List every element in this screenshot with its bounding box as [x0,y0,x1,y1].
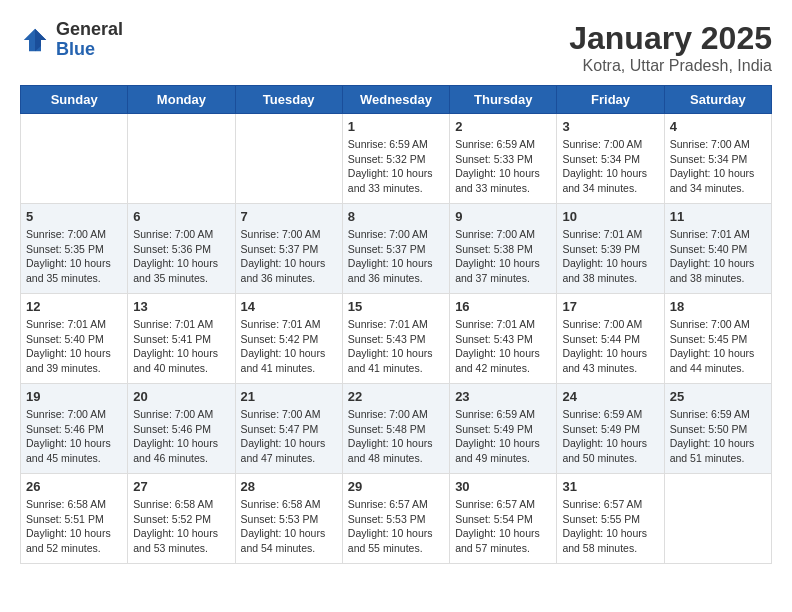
calendar-cell [235,114,342,204]
calendar-cell: 25Sunrise: 6:59 AM Sunset: 5:50 PM Dayli… [664,384,771,474]
day-info: Sunrise: 6:58 AM Sunset: 5:52 PM Dayligh… [133,497,229,556]
calendar-cell: 16Sunrise: 7:01 AM Sunset: 5:43 PM Dayli… [450,294,557,384]
day-info: Sunrise: 7:00 AM Sunset: 5:34 PM Dayligh… [562,137,658,196]
day-number: 31 [562,479,658,494]
calendar-cell [128,114,235,204]
day-info: Sunrise: 7:01 AM Sunset: 5:39 PM Dayligh… [562,227,658,286]
calendar-cell: 18Sunrise: 7:00 AM Sunset: 5:45 PM Dayli… [664,294,771,384]
logo-general-text: General [56,20,123,40]
day-info: Sunrise: 6:59 AM Sunset: 5:49 PM Dayligh… [455,407,551,466]
calendar-subtitle: Kotra, Uttar Pradesh, India [569,57,772,75]
calendar-cell: 11Sunrise: 7:01 AM Sunset: 5:40 PM Dayli… [664,204,771,294]
day-number: 13 [133,299,229,314]
day-info: Sunrise: 7:00 AM Sunset: 5:35 PM Dayligh… [26,227,122,286]
day-number: 27 [133,479,229,494]
day-info: Sunrise: 7:00 AM Sunset: 5:38 PM Dayligh… [455,227,551,286]
week-row-3: 12Sunrise: 7:01 AM Sunset: 5:40 PM Dayli… [21,294,772,384]
day-info: Sunrise: 7:00 AM Sunset: 5:37 PM Dayligh… [348,227,444,286]
calendar-cell: 27Sunrise: 6:58 AM Sunset: 5:52 PM Dayli… [128,474,235,564]
day-number: 17 [562,299,658,314]
day-number: 25 [670,389,766,404]
day-number: 19 [26,389,122,404]
calendar-cell: 1Sunrise: 6:59 AM Sunset: 5:32 PM Daylig… [342,114,449,204]
title-block: January 2025 Kotra, Uttar Pradesh, India [569,20,772,75]
day-number: 12 [26,299,122,314]
day-header-tuesday: Tuesday [235,86,342,114]
day-info: Sunrise: 7:00 AM Sunset: 5:48 PM Dayligh… [348,407,444,466]
day-number: 1 [348,119,444,134]
day-header-sunday: Sunday [21,86,128,114]
calendar-cell: 14Sunrise: 7:01 AM Sunset: 5:42 PM Dayli… [235,294,342,384]
calendar-cell: 30Sunrise: 6:57 AM Sunset: 5:54 PM Dayli… [450,474,557,564]
day-number: 3 [562,119,658,134]
calendar-cell: 23Sunrise: 6:59 AM Sunset: 5:49 PM Dayli… [450,384,557,474]
day-number: 21 [241,389,337,404]
calendar-cell [21,114,128,204]
logo-blue-text: Blue [56,40,123,60]
day-number: 28 [241,479,337,494]
day-info: Sunrise: 6:59 AM Sunset: 5:49 PM Dayligh… [562,407,658,466]
calendar-cell: 15Sunrise: 7:01 AM Sunset: 5:43 PM Dayli… [342,294,449,384]
calendar-cell: 2Sunrise: 6:59 AM Sunset: 5:33 PM Daylig… [450,114,557,204]
calendar-cell: 21Sunrise: 7:00 AM Sunset: 5:47 PM Dayli… [235,384,342,474]
week-row-2: 5Sunrise: 7:00 AM Sunset: 5:35 PM Daylig… [21,204,772,294]
calendar-cell: 24Sunrise: 6:59 AM Sunset: 5:49 PM Dayli… [557,384,664,474]
calendar-cell: 4Sunrise: 7:00 AM Sunset: 5:34 PM Daylig… [664,114,771,204]
day-info: Sunrise: 7:00 AM Sunset: 5:37 PM Dayligh… [241,227,337,286]
day-number: 2 [455,119,551,134]
calendar-body: 1Sunrise: 6:59 AM Sunset: 5:32 PM Daylig… [21,114,772,564]
calendar-cell: 7Sunrise: 7:00 AM Sunset: 5:37 PM Daylig… [235,204,342,294]
day-info: Sunrise: 7:01 AM Sunset: 5:43 PM Dayligh… [348,317,444,376]
day-number: 30 [455,479,551,494]
day-header-saturday: Saturday [664,86,771,114]
calendar-cell: 28Sunrise: 6:58 AM Sunset: 5:53 PM Dayli… [235,474,342,564]
day-header-monday: Monday [128,86,235,114]
day-header-thursday: Thursday [450,86,557,114]
day-info: Sunrise: 6:58 AM Sunset: 5:53 PM Dayligh… [241,497,337,556]
calendar-cell: 29Sunrise: 6:57 AM Sunset: 5:53 PM Dayli… [342,474,449,564]
day-info: Sunrise: 6:59 AM Sunset: 5:33 PM Dayligh… [455,137,551,196]
day-number: 8 [348,209,444,224]
day-info: Sunrise: 7:01 AM Sunset: 5:40 PM Dayligh… [670,227,766,286]
day-info: Sunrise: 7:00 AM Sunset: 5:36 PM Dayligh… [133,227,229,286]
week-row-1: 1Sunrise: 6:59 AM Sunset: 5:32 PM Daylig… [21,114,772,204]
day-info: Sunrise: 6:57 AM Sunset: 5:53 PM Dayligh… [348,497,444,556]
week-row-5: 26Sunrise: 6:58 AM Sunset: 5:51 PM Dayli… [21,474,772,564]
day-info: Sunrise: 7:00 AM Sunset: 5:46 PM Dayligh… [26,407,122,466]
day-info: Sunrise: 7:01 AM Sunset: 5:40 PM Dayligh… [26,317,122,376]
day-number: 15 [348,299,444,314]
calendar-cell: 10Sunrise: 7:01 AM Sunset: 5:39 PM Dayli… [557,204,664,294]
day-info: Sunrise: 7:01 AM Sunset: 5:43 PM Dayligh… [455,317,551,376]
calendar-cell: 17Sunrise: 7:00 AM Sunset: 5:44 PM Dayli… [557,294,664,384]
calendar-cell: 20Sunrise: 7:00 AM Sunset: 5:46 PM Dayli… [128,384,235,474]
day-info: Sunrise: 7:00 AM Sunset: 5:34 PM Dayligh… [670,137,766,196]
calendar-cell: 8Sunrise: 7:00 AM Sunset: 5:37 PM Daylig… [342,204,449,294]
day-info: Sunrise: 7:00 AM Sunset: 5:45 PM Dayligh… [670,317,766,376]
day-number: 16 [455,299,551,314]
calendar-cell: 13Sunrise: 7:01 AM Sunset: 5:41 PM Dayli… [128,294,235,384]
day-info: Sunrise: 7:00 AM Sunset: 5:44 PM Dayligh… [562,317,658,376]
calendar-cell: 31Sunrise: 6:57 AM Sunset: 5:55 PM Dayli… [557,474,664,564]
day-number: 18 [670,299,766,314]
calendar-cell: 9Sunrise: 7:00 AM Sunset: 5:38 PM Daylig… [450,204,557,294]
day-number: 24 [562,389,658,404]
day-number: 23 [455,389,551,404]
page-header: General Blue January 2025 Kotra, Uttar P… [20,20,772,75]
logo-text: General Blue [56,20,123,60]
day-number: 20 [133,389,229,404]
day-number: 29 [348,479,444,494]
day-number: 4 [670,119,766,134]
day-number: 9 [455,209,551,224]
day-number: 6 [133,209,229,224]
calendar-header: SundayMondayTuesdayWednesdayThursdayFrid… [21,86,772,114]
calendar-table: SundayMondayTuesdayWednesdayThursdayFrid… [20,85,772,564]
logo: General Blue [20,20,123,60]
day-number: 11 [670,209,766,224]
calendar-cell: 6Sunrise: 7:00 AM Sunset: 5:36 PM Daylig… [128,204,235,294]
calendar-cell: 12Sunrise: 7:01 AM Sunset: 5:40 PM Dayli… [21,294,128,384]
calendar-cell: 5Sunrise: 7:00 AM Sunset: 5:35 PM Daylig… [21,204,128,294]
day-info: Sunrise: 6:57 AM Sunset: 5:54 PM Dayligh… [455,497,551,556]
calendar-cell: 26Sunrise: 6:58 AM Sunset: 5:51 PM Dayli… [21,474,128,564]
day-number: 22 [348,389,444,404]
calendar-title: January 2025 [569,20,772,57]
